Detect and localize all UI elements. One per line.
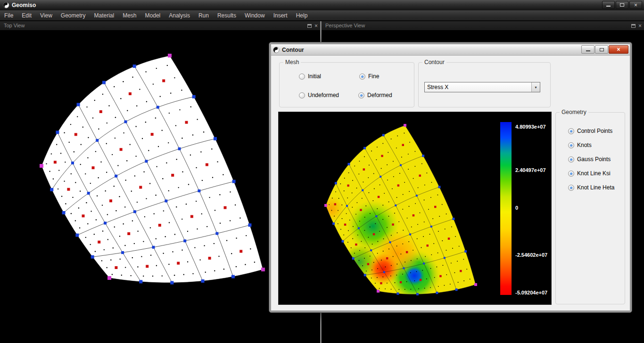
radio-unchecked-icon bbox=[299, 92, 305, 98]
close-icon: × bbox=[634, 2, 637, 8]
colorbar bbox=[500, 122, 512, 295]
geometry-groupbox-label: Geometry bbox=[560, 109, 588, 115]
radio-checked-icon bbox=[568, 171, 574, 177]
panel-header-perspective-view[interactable]: Perspective View × bbox=[322, 21, 644, 30]
mesh-groupbox: Mesh InitialFineUndeformedDeformed bbox=[279, 62, 414, 107]
close-button[interactable]: × bbox=[629, 1, 642, 9]
minimize-button[interactable] bbox=[602, 1, 615, 9]
menubar: FileEditViewGeometryMaterialMeshModelAna… bbox=[0, 10, 644, 21]
contour-dialog: Contour × Mesh InitialFineUndeformedDefo… bbox=[269, 42, 632, 312]
radio-label: Initial bbox=[308, 73, 321, 80]
radio-label: Knots bbox=[577, 142, 592, 148]
panel-header-controls: × bbox=[631, 21, 642, 30]
menu-item-view[interactable]: View bbox=[36, 10, 57, 21]
maximize-button[interactable] bbox=[616, 1, 628, 9]
menu-item-window[interactable]: Window bbox=[240, 10, 269, 21]
contour-type-select[interactable]: Stress X ▼ bbox=[424, 82, 540, 92]
contour-groupbox-label: Contour bbox=[422, 59, 446, 65]
window-title: Geomiso bbox=[12, 2, 36, 8]
colorbar-label: 0 bbox=[515, 205, 518, 211]
menu-item-material[interactable]: Material bbox=[90, 10, 119, 21]
contour-plot-area[interactable]: 4.80993e+072.40497e+070-2.54602e+07-5.09… bbox=[278, 112, 552, 305]
close-icon: × bbox=[617, 46, 620, 53]
window-titlebar[interactable]: Geomiso × bbox=[0, 0, 644, 10]
radio-label: Undeformed bbox=[308, 92, 339, 98]
close-panel-icon[interactable]: × bbox=[638, 23, 642, 29]
radio-checked-icon bbox=[568, 128, 574, 134]
menu-item-mesh[interactable]: Mesh bbox=[118, 10, 140, 21]
colorbar-label: 2.40497e+07 bbox=[515, 167, 546, 173]
panel-header-top-view[interactable]: Top View × bbox=[0, 21, 320, 30]
window-controls: × bbox=[602, 1, 642, 9]
radio-knot-line-ksi[interactable]: Knot Line Ksi bbox=[568, 170, 611, 177]
radio-control-points[interactable]: Control Points bbox=[568, 128, 612, 134]
radio-undeformed[interactable]: Undeformed bbox=[299, 92, 339, 98]
radio-label: Fine bbox=[368, 73, 379, 80]
contour-groupbox: Contour Stress X ▼ bbox=[418, 62, 551, 107]
dialog-minimize-button[interactable] bbox=[581, 45, 594, 54]
radio-label: Control Points bbox=[577, 128, 612, 134]
radio-knots[interactable]: Knots bbox=[568, 142, 592, 148]
maximize-icon bbox=[620, 3, 624, 7]
menu-item-file[interactable]: File bbox=[0, 10, 17, 21]
radio-unchecked-icon bbox=[299, 74, 305, 80]
radio-fine[interactable]: Fine bbox=[359, 73, 379, 80]
maximize-icon bbox=[600, 48, 604, 51]
float-panel-icon[interactable] bbox=[307, 24, 312, 28]
radio-gauss-points[interactable]: Gauss Points bbox=[568, 156, 611, 163]
radio-checked-icon bbox=[568, 156, 574, 163]
dialog-titlebar[interactable]: Contour × bbox=[271, 44, 630, 56]
menu-item-run[interactable]: Run bbox=[194, 10, 213, 21]
radio-checked-icon bbox=[359, 74, 365, 80]
colorbar-label: -2.54602e+07 bbox=[515, 252, 547, 258]
dialog-icon bbox=[273, 47, 280, 53]
radio-label: Deformed bbox=[367, 92, 392, 98]
radio-knot-line-heta[interactable]: Knot Line Heta bbox=[568, 184, 614, 191]
dialog-controls: × bbox=[581, 45, 628, 54]
radio-checked-icon bbox=[358, 92, 364, 98]
radio-initial[interactable]: Initial bbox=[299, 73, 321, 80]
combobox-value: Stress X bbox=[425, 84, 531, 90]
geometry-groupbox: Geometry Control PointsKnotsGauss Points… bbox=[555, 112, 625, 304]
dialog-close-button[interactable]: × bbox=[609, 45, 628, 54]
menu-item-insert[interactable]: Insert bbox=[269, 10, 292, 21]
minimize-icon bbox=[586, 50, 590, 51]
menu-item-model[interactable]: Model bbox=[141, 10, 165, 21]
dialog-maximize-button[interactable] bbox=[595, 45, 608, 54]
menu-item-analysis[interactable]: Analysis bbox=[165, 10, 194, 21]
dialog-title: Contour bbox=[282, 47, 304, 53]
radio-label: Knot Line Ksi bbox=[577, 170, 611, 177]
panel-title-top-view: Top View bbox=[4, 23, 25, 28]
colorbar-label: 4.80993e+07 bbox=[515, 124, 546, 130]
dialog-body: Mesh InitialFineUndeformedDeformed Conto… bbox=[271, 56, 630, 310]
menu-item-help[interactable]: Help bbox=[292, 10, 312, 21]
menu-item-geometry[interactable]: Geometry bbox=[57, 10, 90, 21]
radio-checked-icon bbox=[568, 185, 574, 191]
float-panel-icon[interactable] bbox=[631, 24, 636, 28]
panel-title-perspective-view: Perspective View bbox=[325, 23, 365, 28]
radio-label: Knot Line Heta bbox=[577, 184, 614, 191]
chevron-down-icon[interactable]: ▼ bbox=[531, 82, 540, 92]
app-icon bbox=[3, 2, 9, 8]
panel-header-controls: × bbox=[307, 21, 318, 30]
radio-deformed[interactable]: Deformed bbox=[358, 92, 392, 98]
minimize-icon bbox=[606, 5, 611, 7]
mesh-groupbox-label: Mesh bbox=[283, 59, 301, 65]
menu-item-results[interactable]: Results bbox=[213, 10, 240, 21]
radio-label: Gauss Points bbox=[577, 156, 611, 163]
close-panel-icon[interactable]: × bbox=[314, 23, 318, 29]
menu-item-edit[interactable]: Edit bbox=[17, 10, 36, 21]
colorbar-label: -5.09204e+07 bbox=[515, 290, 547, 295]
radio-checked-icon bbox=[568, 142, 574, 148]
